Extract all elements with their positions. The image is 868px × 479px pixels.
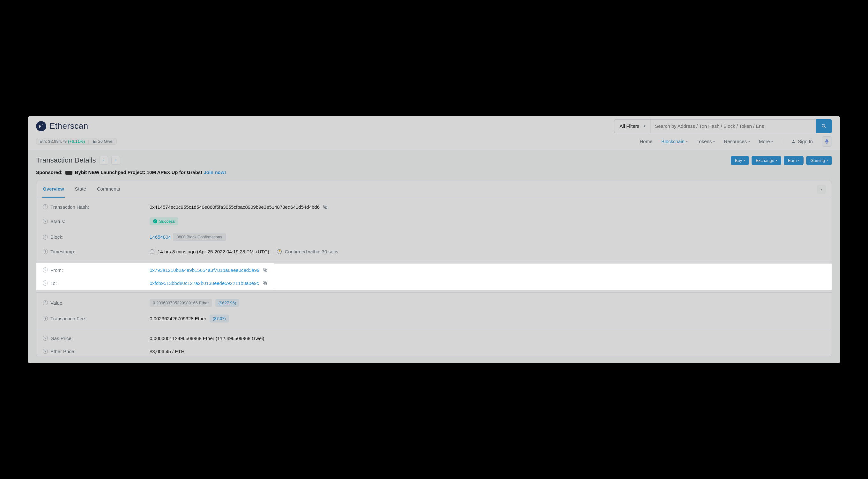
nav-home[interactable]: Home [640,139,652,144]
logo-icon [36,121,46,131]
status-badge: Success [150,217,178,225]
page-title: Transaction Details [36,156,96,165]
chevron-down-icon: ▾ [827,159,828,162]
help-icon[interactable]: ? [43,300,48,305]
help-icon[interactable]: ? [43,249,48,254]
search-bar: All Filters ▾ [614,119,832,133]
eth-mode-button[interactable] [822,136,832,147]
label-txfee: Transaction Fee: [51,316,86,321]
sponsor-link[interactable]: Join now! [204,170,226,175]
help-icon[interactable]: ? [43,280,48,285]
earn-label: Earn [788,158,797,163]
nav-tokens-label: Tokens [697,139,712,144]
help-icon[interactable]: ? [43,204,48,209]
eth-price-pill: Eth: $2,994.79 (+6.11%) | 26 Gwei [36,138,117,145]
eth-price-change: (+6.11%) [68,139,85,144]
nav-resources-label: Resources [724,139,747,144]
help-icon[interactable]: ? [43,218,48,224]
prev-tx-button[interactable]: ‹ [99,156,108,165]
value-eth-amount: 0.209683735329989166 Ether [150,299,212,307]
label-to: To: [51,280,57,286]
block-link[interactable]: 14654804 [150,234,171,240]
chevron-down-icon: ▾ [748,140,750,143]
gaming-button[interactable]: Gaming▾ [806,156,832,165]
sponsor-prefix: Sponsored: [36,170,63,175]
eth-price-value: $2,994.79 [48,139,67,144]
sign-in-label: Sign In [798,139,813,144]
label-status: Status: [51,218,65,224]
clock-icon [150,249,154,254]
value-confirmed-in: Confirmed within 30 secs [285,249,338,254]
search-filter-select[interactable]: All Filters [614,119,650,133]
kebab-icon: ⋮ [819,187,824,192]
gas-icon [93,139,97,144]
brand-name: Etherscan [50,121,88,131]
sponsor-banner: Sponsored: Bybit NEW Launchpad Project: … [28,168,840,181]
nav-blockchain[interactable]: Blockchain ▾ [661,139,688,144]
txfee-usd: ($7.07) [210,314,229,322]
user-icon [791,139,796,144]
gwei-value: 26 Gwei [98,139,114,144]
label-timestamp: Timestamp: [51,249,75,254]
ethereum-icon [825,139,829,144]
brand-logo[interactable]: Etherscan [36,121,88,131]
nav-more[interactable]: More ▾ [759,139,773,144]
svg-point-4 [793,140,794,141]
value-ethprice: $3,006.45 / ETH [150,349,184,354]
svg-point-0 [822,124,825,127]
copy-icon[interactable] [262,280,267,285]
value-usd-amount: ($627.96) [215,299,240,307]
chevron-down-icon: ▾ [713,140,715,143]
label-txhash: Transaction Hash: [51,204,89,210]
svg-rect-3 [93,140,95,141]
divider: | [88,139,89,144]
value-timestamp: 14 hrs 8 mins ago (Apr-25-2022 04:19:28 … [158,249,269,254]
to-address-link[interactable]: 0xfcb9513bbd80c127a2b0138eede592211b8a0e… [150,280,259,286]
help-icon[interactable]: ? [43,235,48,240]
search-button[interactable] [816,119,832,133]
main-nav: Home Blockchain ▾ Tokens ▾ Resources ▾ M… [640,136,832,147]
tab-state[interactable]: State [74,181,87,198]
tab-overview[interactable]: Overview [42,181,65,198]
nav-blockchain-label: Blockchain [661,139,685,144]
search-icon [822,124,826,129]
next-tx-button[interactable]: › [111,156,120,165]
chevron-down-icon: ▾ [771,140,773,143]
tab-comments[interactable]: Comments [96,181,121,198]
sponsor-logo-icon [65,171,72,175]
nav-resources[interactable]: Resources ▾ [724,139,750,144]
help-icon[interactable]: ? [43,316,48,321]
label-gasprice: Gas Price: [51,336,73,341]
gaming-label: Gaming [810,158,825,163]
card-menu-button[interactable]: ⋮ [817,185,826,194]
help-icon[interactable]: ? [43,267,48,272]
divider: | [272,249,274,254]
chevron-down-icon: ▾ [686,140,688,143]
eth-price-label: Eth: [39,139,47,144]
value-gasprice: 0.000000112496509968 Ether (112.49650996… [150,336,264,341]
exchange-button[interactable]: Exchange▾ [751,156,781,165]
help-icon[interactable]: ? [43,349,48,354]
label-ethprice: Ether Price: [51,349,75,354]
from-address-link[interactable]: 0x793a1210b2a4e9b15654a3f781ba6aee0ced5a… [150,267,260,273]
block-confirmations-badge: 3800 Block Confirmations [173,233,226,241]
copy-icon[interactable] [263,267,268,272]
help-icon[interactable]: ? [43,336,48,341]
sponsor-text: Bybit NEW Launchpad Project: 10M APEX Up… [75,170,203,175]
label-value: Value: [51,300,63,306]
txfee-eth: 0.002362426709328 Ether [150,316,207,321]
nav-tokens[interactable]: Tokens ▾ [697,139,715,144]
flash-icon [277,249,282,254]
transaction-card: Overview State Comments ⋮ ?Transaction H… [36,181,832,357]
buy-label: Buy [735,158,742,163]
buy-button[interactable]: Buy▾ [731,156,749,165]
svg-line-1 [825,127,826,128]
value-txhash: 0x414574ec3c955c1d540e860f5fa3055cfbac89… [150,204,320,210]
nav-more-label: More [759,139,770,144]
copy-icon[interactable] [323,204,328,209]
search-input[interactable] [650,119,816,133]
sign-in-link[interactable]: Sign In [791,139,813,144]
divider [782,138,782,145]
exchange-label: Exchange [756,158,774,163]
earn-button[interactable]: Earn▾ [784,156,804,165]
